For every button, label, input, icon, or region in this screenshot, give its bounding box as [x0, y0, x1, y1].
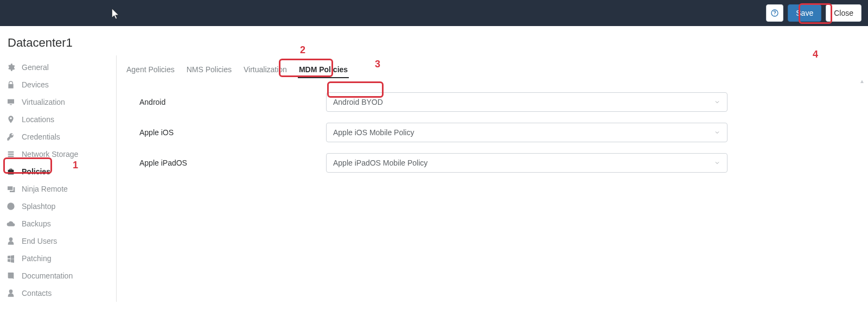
- sidebar-item-credentials[interactable]: Credentials: [0, 128, 116, 145]
- person-icon: [7, 289, 15, 298]
- windows-icon: [7, 254, 15, 263]
- sidebar-item-label: Patching: [22, 254, 51, 263]
- sidebar: General Devices Virtualization Locations…: [0, 55, 117, 302]
- cloud-icon: [7, 219, 15, 228]
- sidebar-item-general[interactable]: General: [0, 59, 116, 76]
- sidebar-item-devices[interactable]: Devices: [0, 76, 116, 93]
- save-button[interactable]: Save: [788, 4, 821, 22]
- cursor-annotation: [112, 9, 120, 20]
- sidebar-item-patching[interactable]: Patching: [0, 250, 116, 267]
- sidebar-item-label: Backups: [22, 219, 51, 228]
- gear-icon: [7, 63, 15, 72]
- page-title: Datacenter1: [0, 26, 868, 55]
- sidebar-item-label: Contacts: [22, 289, 52, 298]
- sidebar-item-locations[interactable]: Locations: [0, 111, 116, 128]
- sidebar-item-ninja-remote[interactable]: Ninja Remote: [0, 180, 116, 198]
- sidebar-item-label: Network Storage: [22, 150, 78, 159]
- person-icon: [7, 237, 15, 245]
- row-apple-ipados: Apple iPadOS Apple iPadOS Mobile Policy: [125, 153, 856, 173]
- callout-num-1: 1: [73, 160, 78, 171]
- sidebar-item-label: End Users: [22, 237, 57, 245]
- sidebar-item-backups[interactable]: Backups: [0, 215, 116, 232]
- briefcase-icon: [7, 167, 15, 176]
- row-apple-ios: Apple iOS Apple iOS Mobile Policy: [125, 123, 856, 142]
- callout-num-2: 2: [300, 45, 305, 56]
- tab-virtualization[interactable]: Virtualization: [242, 62, 288, 78]
- row-android: Android Android BYOD: [125, 92, 856, 112]
- svg-point-1: [774, 15, 775, 15]
- sidebar-item-documentation[interactable]: Documentation: [0, 267, 116, 284]
- form-area: Android Android BYOD Apple iOS Apple iOS…: [125, 83, 856, 173]
- svg-point-2: [7, 203, 14, 210]
- sidebar-item-policies[interactable]: Policies: [0, 163, 116, 180]
- chevron-down-icon: [714, 129, 720, 136]
- monitor-icon: [7, 98, 15, 106]
- tab-nms-policies[interactable]: NMS Policies: [186, 62, 233, 78]
- select-apple-ios[interactable]: Apple iOS Mobile Policy: [326, 123, 727, 142]
- row-label-android: Android: [125, 98, 326, 106]
- storage-icon: [7, 150, 15, 159]
- chevron-down-icon: [714, 99, 720, 105]
- sidebar-item-label: Virtualization: [22, 98, 65, 106]
- tabs: Agent Policies NMS Policies Virtualizati…: [125, 60, 856, 83]
- sidebar-item-label: Policies: [22, 167, 50, 176]
- select-value: Apple iOS Mobile Policy: [333, 128, 414, 137]
- scroll-hint-icon: ▲: [859, 78, 865, 84]
- callout-num-4: 4: [813, 49, 818, 60]
- sidebar-item-label: Devices: [22, 80, 49, 89]
- tab-mdm-policies[interactable]: MDM Policies: [298, 62, 349, 78]
- select-value: Apple iPadOS Mobile Policy: [333, 159, 427, 167]
- chevron-down-icon: [714, 160, 720, 166]
- sidebar-item-label: Documentation: [22, 271, 73, 280]
- tab-agent-policies[interactable]: Agent Policies: [125, 62, 176, 78]
- sidebar-item-splashtop[interactable]: Splashtop: [0, 198, 116, 215]
- lock-icon: [7, 80, 15, 89]
- select-apple-ipados[interactable]: Apple iPadOS Mobile Policy: [326, 153, 727, 173]
- close-button[interactable]: Close: [826, 4, 861, 22]
- sidebar-item-label: Splashtop: [22, 202, 55, 211]
- help-icon: [770, 9, 779, 17]
- help-button[interactable]: [766, 4, 783, 22]
- sidebar-item-label: Credentials: [22, 132, 60, 141]
- sidebar-item-virtualization[interactable]: Virtualization: [0, 93, 116, 111]
- row-label-ios: Apple iOS: [125, 128, 326, 137]
- globe-icon: [7, 202, 15, 211]
- sidebar-item-label: Locations: [22, 115, 54, 124]
- content-area: Agent Policies NMS Policies Virtualizati…: [117, 55, 868, 302]
- sidebar-item-contacts[interactable]: Contacts: [0, 284, 116, 302]
- sidebar-item-label: General: [22, 63, 49, 72]
- book-icon: [7, 271, 15, 280]
- pin-icon: [7, 115, 15, 124]
- row-label-ipados: Apple iPadOS: [125, 159, 326, 167]
- sidebar-item-network-storage[interactable]: Network Storage: [0, 145, 116, 163]
- select-android[interactable]: Android BYOD: [326, 92, 727, 112]
- sidebar-item-label: Ninja Remote: [22, 185, 68, 193]
- remote-icon: [7, 185, 15, 193]
- select-value: Android BYOD: [333, 98, 383, 106]
- callout-num-3: 3: [375, 59, 380, 70]
- sidebar-item-end-users[interactable]: End Users: [0, 232, 116, 250]
- topbar: Save Close: [0, 0, 868, 26]
- key-icon: [7, 132, 15, 141]
